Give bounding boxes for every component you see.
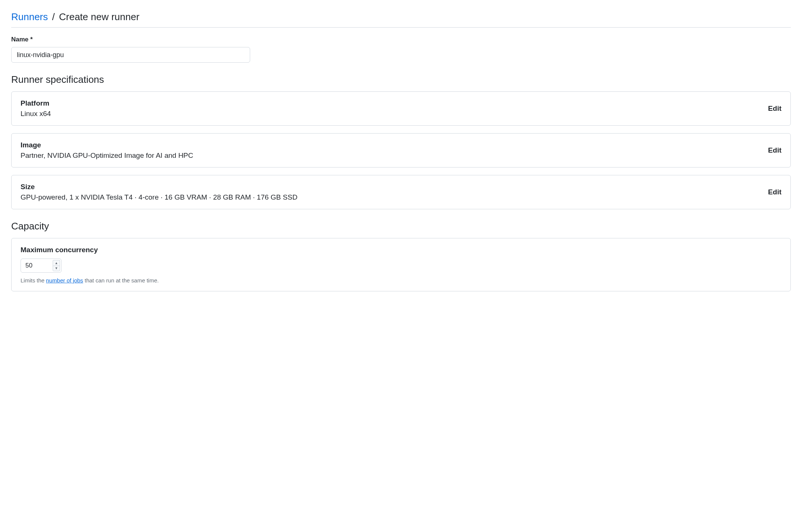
concurrency-label: Maximum concurrency [21, 246, 781, 254]
stepper-up-icon[interactable]: ▲ [53, 260, 60, 266]
spec-card-platform: Platform Linux x64 Edit [11, 91, 791, 126]
spec-label-size: Size [21, 183, 768, 191]
capacity-section-title: Capacity [11, 220, 791, 232]
name-input[interactable] [11, 47, 250, 63]
helper-suffix: that can run at the same time. [83, 277, 159, 284]
breadcrumb: Runners / Create new runner [11, 11, 791, 28]
spec-value-size: GPU-powered, 1 x NVIDIA Tesla T4 · 4-cor… [21, 193, 768, 201]
spec-card-size: Size GPU-powered, 1 x NVIDIA Tesla T4 · … [11, 175, 791, 209]
stepper-down-icon[interactable]: ▼ [53, 266, 60, 272]
concurrency-input-wrap: ▲ ▼ [21, 259, 62, 273]
spec-label-image: Image [21, 141, 768, 149]
spec-value-platform: Linux x64 [21, 110, 768, 118]
name-label: Name * [11, 36, 791, 43]
edit-button-platform[interactable]: Edit [768, 104, 781, 113]
capacity-card: Maximum concurrency ▲ ▼ Limits the numbe… [11, 238, 791, 291]
spec-value-image: Partner, NVIDIA GPU-Optimized Image for … [21, 151, 768, 160]
specs-section-title: Runner specifications [11, 74, 791, 85]
name-field-group: Name * [11, 36, 791, 63]
helper-prefix: Limits the [21, 277, 46, 284]
concurrency-helper: Limits the number of jobs that can run a… [21, 277, 781, 284]
edit-button-image[interactable]: Edit [768, 146, 781, 154]
breadcrumb-separator: / [52, 11, 55, 22]
spec-card-image: Image Partner, NVIDIA GPU-Optimized Imag… [11, 133, 791, 168]
breadcrumb-current: Create new runner [59, 11, 139, 22]
breadcrumb-parent-link[interactable]: Runners [11, 11, 48, 22]
helper-link[interactable]: number of jobs [46, 277, 83, 284]
concurrency-stepper: ▲ ▼ [53, 260, 60, 271]
spec-label-platform: Platform [21, 99, 768, 107]
edit-button-size[interactable]: Edit [768, 188, 781, 196]
